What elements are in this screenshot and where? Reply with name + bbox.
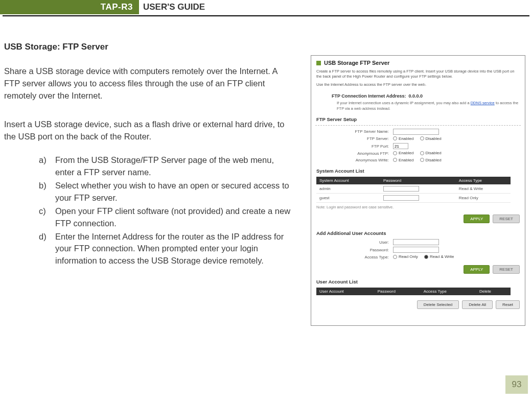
radio-disabled[interactable]: Disabled <box>420 136 442 141</box>
step-label: c) <box>39 205 55 230</box>
col-password: Password <box>380 177 456 184</box>
port-label: FTP Port: <box>316 144 393 149</box>
apply-button-2[interactable]: APPLY <box>464 265 490 274</box>
radio-read-write[interactable]: Read & Write <box>424 254 454 259</box>
radio-anonw-enabled-label: Enabled <box>399 158 413 162</box>
section-heading: USB Storage: FTP Server <box>4 42 108 52</box>
reset-list-button[interactable]: Reset <box>496 300 520 309</box>
server-name-input[interactable] <box>393 129 439 135</box>
reset-button[interactable]: RESET <box>493 215 520 223</box>
ddns-link[interactable]: DDNS service <box>471 101 495 105</box>
add-pw-input[interactable] <box>393 247 439 253</box>
radio-anon-enabled-label: Enabled <box>399 151 413 155</box>
server-state-label: FTP Server: <box>316 136 393 141</box>
panel-desc-2: Use the Internet Address to access the F… <box>316 82 520 87</box>
radio-enabled-label: Enabled <box>399 136 413 141</box>
row-anon-write: Anonymous Write: Enabled Disabled <box>316 158 520 163</box>
conn-address-label: FTP Connection Internet Address: <box>332 93 406 99</box>
user-account-table: User Account Password Access Type Delete <box>316 288 511 295</box>
panel-desc-1: Create a FTP server to access files remo… <box>316 69 520 79</box>
table-row: guest Read Only <box>316 194 511 203</box>
row-anon-ftp: Anonymous FTP: Enabled Disabled <box>316 151 520 156</box>
radio-read-only[interactable]: Read Only <box>393 254 418 259</box>
server-name-label: FTP Server Name: <box>316 129 393 134</box>
step-b: b) Select whether you wish to have an op… <box>39 180 294 204</box>
sys-acct-heading: System Account List <box>316 168 520 174</box>
system-account-table: System Account Password Access Type admi… <box>316 177 511 203</box>
row-port: FTP Port: <box>316 143 520 149</box>
apply-reset-row-2: APPLY RESET <box>316 265 520 274</box>
divider <box>315 125 521 126</box>
conn-address-value: 0.0.0.0 <box>409 93 423 99</box>
add-pw-label: Password: <box>316 248 393 252</box>
radio-anonw-disabled[interactable]: Disabled <box>420 158 442 162</box>
doc-brand-tab: TAP-R3 <box>0 0 139 14</box>
user-acct-list-heading: User Account List <box>316 279 520 284</box>
col-user-account: User Account <box>316 288 375 295</box>
reset-button-2[interactable]: RESET <box>493 265 520 274</box>
delete-selected-button[interactable]: Delete Selected <box>417 300 459 309</box>
page-number: 93 <box>505 375 528 394</box>
col-access-type: Access Type <box>456 177 511 184</box>
panel-title-text: USB Storage FTP Server <box>324 60 389 66</box>
steps-list: a) From the USB Storage/FTP Server page … <box>39 154 294 268</box>
col-access-type: Access Type <box>421 288 476 295</box>
ftp-setup-heading: FTP Server Setup <box>316 116 520 122</box>
add-user-heading: Add Additional User Accounts <box>316 230 520 236</box>
ddns-note: If your Internet connection uses a dynam… <box>316 101 520 111</box>
col-system-account: System Account <box>316 177 380 184</box>
row-server-name: FTP Server Name: <box>316 129 520 135</box>
intro-paragraph-1: Share a USB storage device with computer… <box>4 65 295 102</box>
radio-anon-enabled[interactable]: Enabled <box>393 151 413 155</box>
panel-title: USB Storage FTP Server <box>316 60 520 66</box>
admin-pw-input[interactable] <box>383 186 419 192</box>
step-a: a) From the USB Storage/FTP Server page … <box>39 154 294 179</box>
row-server-state: FTP Server: Enabled Disabled <box>316 136 520 142</box>
ddns-note-a: If your Internet connection uses a dynam… <box>337 101 471 105</box>
radio-anonw-enabled[interactable]: Enabled <box>393 158 413 162</box>
doc-title: USER'S GUIDE <box>143 0 529 14</box>
apply-reset-row: APPLY RESET <box>316 215 520 223</box>
row-add-access: Access Type: Read Only Read & Write <box>316 254 520 260</box>
radio-disabled-label: Disabled <box>426 136 442 141</box>
header-rule <box>3 15 529 16</box>
cell-access: Read & Write <box>456 184 511 194</box>
step-text: Open your FTP client software (not provi… <box>55 205 294 230</box>
step-text: Select whether you wish to have an open … <box>55 180 294 204</box>
step-text: Enter the Internet Address for the route… <box>55 231 294 268</box>
radio-anon-disabled[interactable]: Disabled <box>420 151 442 155</box>
brand-square-icon <box>316 61 321 65</box>
add-user-label: User: <box>316 240 393 245</box>
step-label: d) <box>39 231 55 268</box>
step-text: From the USB Storage/FTP Server page of … <box>55 154 294 179</box>
conn-address-line: FTP Connection Internet Address: 0.0.0.0 <box>316 93 520 99</box>
add-user-input[interactable] <box>393 239 439 245</box>
step-label: b) <box>39 180 55 204</box>
apply-button[interactable]: APPLY <box>464 215 490 223</box>
radio-enabled[interactable]: Enabled <box>393 136 413 141</box>
cell-account: admin <box>316 184 380 194</box>
radio-anonw-disabled-label: Disabled <box>426 158 442 162</box>
router-ui-screenshot: USB Storage FTP Server Create a FTP serv… <box>311 55 525 326</box>
footer-button-row: Delete Selected Delete All Reset <box>316 300 520 309</box>
case-sensitive-note: Note: Login and password are case sensit… <box>316 205 520 209</box>
radio-read-write-label: Read & Write <box>430 254 454 259</box>
delete-all-button[interactable]: Delete All <box>462 300 493 309</box>
row-add-user: User: <box>316 239 520 245</box>
radio-read-only-label: Read Only <box>399 254 418 259</box>
anon-write-label: Anonymous Write: <box>316 158 393 162</box>
col-password: Password <box>375 288 421 295</box>
step-d: d) Enter the Internet Address for the ro… <box>39 231 294 268</box>
guest-pw-input[interactable] <box>383 195 419 201</box>
col-delete: Delete <box>476 288 511 295</box>
cell-access: Read Only <box>456 194 511 203</box>
port-input[interactable] <box>393 143 408 149</box>
cell-account: guest <box>316 194 380 203</box>
intro-paragraph-2: Insert a USB storage device, such as a f… <box>4 118 295 143</box>
row-add-pw: Password: <box>316 247 520 253</box>
radio-anon-disabled-label: Disabled <box>426 151 442 155</box>
table-row: admin Read & Write <box>316 184 511 194</box>
step-c: c) Open your FTP client software (not pr… <box>39 205 294 230</box>
add-access-label: Access Type: <box>316 255 393 259</box>
anon-ftp-label: Anonymous FTP: <box>316 151 393 156</box>
